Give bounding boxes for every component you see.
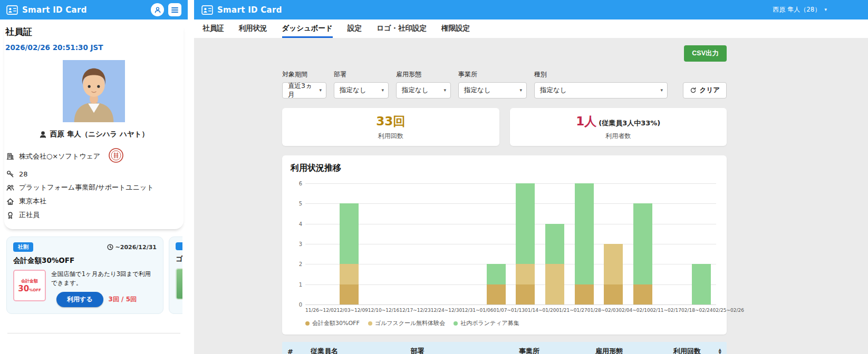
key-icon <box>6 170 14 178</box>
category-select[interactable]: 指定なし▾ <box>534 82 668 99</box>
left-body: 社員証 2026/02/26 20:51:30 JST <box>0 19 188 354</box>
usage-count-value: 33回 <box>376 113 405 130</box>
coupon-title: ゴ <box>176 254 182 264</box>
chart-title: 利用状況推移 <box>291 163 718 174</box>
menu-button[interactable] <box>168 3 181 16</box>
bar-01/14~01/20 <box>510 183 540 304</box>
user-count-value: 1人 <box>576 113 596 130</box>
app-logo: Smart ID Card <box>201 5 282 15</box>
chevron-down-icon: ▾ <box>824 7 827 12</box>
profile-button[interactable] <box>151 3 164 16</box>
bar-segment <box>575 183 594 284</box>
bar-segment <box>340 264 359 284</box>
team-icon <box>6 184 14 192</box>
stat-card-usage-count: 33回 利用回数 <box>282 108 499 146</box>
col-index: # <box>287 348 311 354</box>
chevron-down-icon: ▾ <box>381 88 384 93</box>
coupon-card-golf-partial: ゴ <box>169 237 182 314</box>
bar-segment <box>575 284 594 304</box>
bar-segment <box>604 284 623 304</box>
tab-settings[interactable]: 設定 <box>348 19 362 38</box>
id-card-icon <box>6 5 18 15</box>
coupon-description: 全国店舗で1ヶ月あたり3回まで利用できます。 <box>51 270 157 287</box>
left-header-actions <box>151 3 181 16</box>
chart-legend: 会計金額30%OFF ゴルフスクール無料体験会 社内ボランティア募集 <box>305 319 718 327</box>
app-title: Smart ID Card <box>22 5 87 15</box>
bar-segment <box>516 264 535 284</box>
user-count-caption: 利用者数 <box>605 132 631 141</box>
employee-photo <box>63 60 125 122</box>
tab-employee-card[interactable]: 社員証 <box>202 19 224 38</box>
dashboard-panel: Smart ID Card 西原 隼人（28） ▾ 社員証 利用状況 ダッシュボ… <box>194 0 868 354</box>
coupon-actions: 利用する 3回 / 5回 <box>51 292 157 307</box>
bar-02/04~02/10 <box>599 244 628 304</box>
employment-type-select[interactable]: 指定なし▾ <box>396 82 451 99</box>
coupon-body: 会計金額 30%OFF 全国店舗で1ヶ月あたり3回まで利用できます。 利用する … <box>13 270 157 307</box>
filter-department: 部署 指定なし▾ <box>334 70 389 99</box>
x-axis-label: 01/07~01/13 <box>494 308 525 313</box>
x-axis-label: 12/10~12/16 <box>368 308 399 313</box>
y-axis-tick: 2 <box>292 261 302 267</box>
profile-card: 社員証 2026/02/26 20:51:30 JST <box>4 26 184 229</box>
bar-segment <box>633 203 652 284</box>
coupon-top <box>176 242 182 250</box>
csv-row: CSV出力 <box>282 45 727 62</box>
stat-cards: 33回 利用回数 1人 (従業員3人中33%) 利用者数 <box>282 108 727 146</box>
coupon-title: 会計金額30%OFF <box>13 256 157 266</box>
coupon-list: 社割 ~2026/12/31 会計金額30%OFF 会計金額 30%OFF <box>5 237 182 314</box>
tab-dashboard[interactable]: ダッシュボード <box>282 19 333 38</box>
employee-number: 28 <box>19 170 28 178</box>
section-title: 社員証 <box>5 26 182 38</box>
coupon-card-discount: 社割 ~2026/12/31 会計金額30%OFF 会計金額 30%OFF <box>6 237 163 314</box>
coupon-expiry-date: ~2026/12/31 <box>115 244 157 251</box>
bar-segment <box>487 264 506 284</box>
x-axis-label: 12/24~12/30 <box>431 308 462 313</box>
bar-segment <box>545 264 564 304</box>
coupon-badge: 社割 <box>13 242 33 252</box>
person-icon <box>39 131 47 139</box>
bar-segment <box>487 284 506 304</box>
tab-bar: 社員証 利用状況 ダッシュボード 設定 ロゴ・社印設定 権限設定 <box>194 19 868 38</box>
employee-info-list: 株式会社○×ソフトウェア 28 <box>5 145 182 222</box>
x-axis-label: 01/14~01/20 <box>525 308 556 313</box>
usage-count-caption: 利用回数 <box>378 132 403 141</box>
legend-item: 社内ボランティア募集 <box>454 319 519 327</box>
y-axis-tick: 1 <box>292 281 302 287</box>
legend-dot <box>454 321 458 326</box>
tab-permission-settings[interactable]: 権限設定 <box>441 19 470 38</box>
bar-segment <box>633 284 652 304</box>
dashboard-content: CSV出力 対象期間 直近3ヵ月▾ 部署 指定なし▾ 雇用形態 <box>194 38 868 354</box>
csv-export-button[interactable]: CSV出力 <box>684 45 727 62</box>
bar-02/11~02/17 <box>628 203 658 304</box>
filter-bar: 対象期間 直近3ヵ月▾ 部署 指定なし▾ 雇用形態 指定なし▾ <box>282 70 727 99</box>
user-label: 西原 隼人（28） <box>773 5 821 14</box>
x-axis-label: 02/11~02/17 <box>650 308 681 313</box>
use-coupon-button[interactable]: 利用する <box>56 292 103 307</box>
x-axis-label: 02/25~02/26 <box>712 308 744 313</box>
x-axis-label: 01/28~02/03 <box>587 308 619 313</box>
chart-x-labels: 11/26~12/0212/03~12/0912/10~12/1612/17~1… <box>305 308 716 313</box>
clear-filters-button[interactable]: クリア <box>683 82 727 99</box>
department-select[interactable]: 指定なし▾ <box>334 82 389 99</box>
legend-item: 会計金額30%OFF <box>305 319 360 327</box>
filter-label: 種別 <box>534 70 668 79</box>
bar-segment <box>516 183 535 264</box>
thumb-text: 会計金額 <box>21 278 38 284</box>
coupon-top: 社割 ~2026/12/31 <box>13 242 157 252</box>
x-axis-label: 02/04~02/10 <box>619 308 650 313</box>
y-axis-tick: 6 <box>292 181 302 186</box>
sort-icon[interactable]: ▲▼ <box>719 348 721 354</box>
office-select[interactable]: 指定なし▾ <box>458 82 527 99</box>
home-icon <box>6 198 14 205</box>
user-menu[interactable]: 西原 隼人（28） ▾ <box>773 5 827 14</box>
usage-trend-chart-card: 利用状況推移 0123456 11/26~12/0212/03~12/0912/… <box>282 155 727 335</box>
bar-segment <box>340 284 359 304</box>
tab-usage[interactable]: 利用状況 <box>239 19 267 38</box>
filter-label: 部署 <box>334 70 389 79</box>
col-usage-count: 利用回数 <box>673 347 702 354</box>
period-select[interactable]: 直近3ヵ月▾ <box>282 82 326 99</box>
coupon-right: 全国店舗で1ヶ月あたり3回まで利用できます。 利用する 3回 / 5回 <box>51 270 157 307</box>
coupon-badge <box>176 242 182 250</box>
y-axis-tick: 0 <box>292 302 302 308</box>
tab-logo-seal-settings[interactable]: ロゴ・社印設定 <box>377 19 427 38</box>
